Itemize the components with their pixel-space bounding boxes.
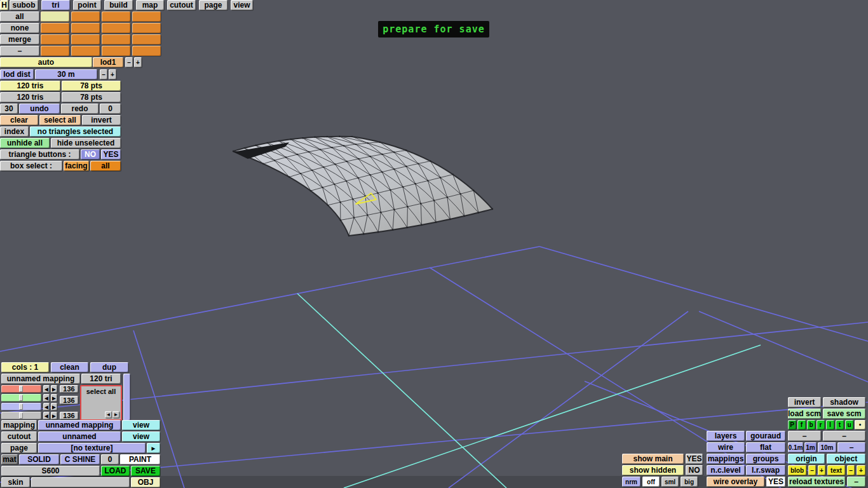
green-slider[interactable]: [1, 394, 41, 402]
box-select-all[interactable]: all: [90, 161, 121, 171]
mapping-name-field[interactable]: unnamed mapping: [1, 374, 80, 384]
nclevel-button[interactable]: n.c.level: [707, 465, 745, 475]
show-hidden-toggle[interactable]: NO: [686, 465, 703, 475]
blob-button[interactable]: blob: [788, 465, 806, 475]
subob-cell[interactable]: [102, 46, 130, 56]
red-left-arrow[interactable]: ◄: [43, 385, 50, 393]
flat-button[interactable]: flat: [746, 442, 785, 452]
text-button[interactable]: text: [827, 465, 845, 475]
subob-cell[interactable]: [71, 11, 100, 22]
tab-view[interactable]: view: [231, 0, 253, 10]
mat-button[interactable]: mat: [1, 454, 18, 464]
shadow-button[interactable]: shadow: [823, 397, 865, 407]
view-p-button[interactable]: P: [788, 420, 796, 430]
mat-solid-button[interactable]: SOLID: [19, 454, 59, 464]
tab-tri-active[interactable]: tri: [41, 0, 70, 10]
subob-cell[interactable]: [102, 23, 130, 33]
gray-slider-handle[interactable]: [19, 412, 23, 419]
subob-cell[interactable]: [71, 34, 100, 44]
select-all-button[interactable]: select all: [39, 115, 81, 125]
view-f-button[interactable]: f: [797, 420, 806, 430]
skin-name-field[interactable]: [31, 477, 130, 487]
lod-dist-value[interactable]: 30 m: [35, 69, 97, 79]
invert-view-button[interactable]: invert: [788, 397, 821, 407]
grid-1m-button[interactable]: 1m: [804, 442, 817, 452]
box-select-facing[interactable]: facing: [64, 161, 89, 171]
blue-value[interactable]: 136: [60, 412, 78, 419]
nrm-button[interactable]: nrm: [622, 477, 641, 487]
mapping-view-button[interactable]: view: [122, 420, 160, 430]
cols-button[interactable]: cols : 1: [1, 362, 49, 372]
layers-button[interactable]: layers: [707, 431, 745, 441]
view-t-button[interactable]: t: [836, 420, 844, 430]
nrm-sml-button[interactable]: sml: [661, 477, 679, 487]
object-button[interactable]: object: [827, 454, 865, 464]
gray-slider[interactable]: [1, 412, 41, 419]
mapping-prev-arrow[interactable]: ◄: [105, 411, 112, 418]
skin-button[interactable]: skin: [1, 477, 30, 487]
show-main-button[interactable]: show main: [622, 454, 684, 464]
unhide-all-button[interactable]: unhide all: [0, 138, 50, 148]
save-button[interactable]: SAVE: [131, 466, 160, 476]
subob-cell[interactable]: [71, 23, 100, 33]
cutout-row-label[interactable]: cutout: [1, 431, 37, 442]
subob-cell[interactable]: [132, 34, 161, 44]
mapping-select-all-box[interactable]: select all ◄ ►: [80, 385, 122, 421]
blue-slider-handle[interactable]: [19, 403, 23, 410]
view-dot-button[interactable]: •: [855, 420, 865, 430]
groups-button[interactable]: groups: [746, 454, 785, 464]
green-left-arrow[interactable]: ◄: [43, 394, 50, 402]
invert-selection-button[interactable]: invert: [82, 115, 121, 125]
subob-cell[interactable]: [102, 11, 130, 22]
subob-cell[interactable]: [102, 34, 130, 44]
subob-dash-button[interactable]: –: [0, 46, 39, 56]
red-slider-handle[interactable]: [19, 386, 23, 392]
page-row-value[interactable]: [no texture]: [38, 443, 146, 453]
lod1-button[interactable]: lod1: [93, 57, 123, 67]
text-minus-button[interactable]: –: [847, 465, 855, 475]
mappings-button[interactable]: mappings: [707, 454, 745, 464]
wire-overlay-toggle[interactable]: YES: [766, 477, 785, 487]
cutout-view-button[interactable]: view: [122, 431, 160, 442]
toolbar-h-button[interactable]: H: [0, 0, 8, 10]
subob-cell[interactable]: [41, 23, 69, 33]
gray-right-arrow[interactable]: ►: [51, 412, 57, 419]
view-r-button[interactable]: r: [817, 420, 825, 430]
gouraud-button[interactable]: gouraud: [746, 431, 785, 441]
red-slider[interactable]: [1, 385, 41, 393]
subob-merge-button[interactable]: merge: [0, 34, 39, 44]
grid-dash-button[interactable]: –: [837, 442, 865, 452]
green-value[interactable]: 136: [60, 396, 78, 404]
mapping-scrollbar[interactable]: [123, 374, 130, 421]
lod-minus-button[interactable]: –: [125, 57, 133, 67]
mapping-select-all-label[interactable]: select all: [81, 388, 121, 395]
blob-minus-button[interactable]: –: [808, 465, 816, 475]
triangle-buttons-no[interactable]: NO: [81, 149, 100, 159]
subob-cell[interactable]: [41, 11, 69, 22]
text-plus-button[interactable]: +: [857, 465, 865, 475]
subob-cell[interactable]: [132, 23, 161, 33]
index-button[interactable]: index: [0, 126, 29, 137]
show-hidden-button[interactable]: show hidden: [622, 465, 684, 475]
lod-dist-minus-button[interactable]: –: [100, 69, 107, 79]
hide-unselected-button[interactable]: hide unselected: [51, 138, 121, 148]
mapping-row-value[interactable]: unnamed mapping: [38, 420, 121, 430]
lod-dist-plus-button[interactable]: +: [109, 69, 116, 79]
lod-plus-button[interactable]: +: [134, 57, 142, 67]
red-right-arrow[interactable]: ►: [51, 385, 57, 393]
subob-cell[interactable]: [132, 46, 161, 56]
tab-subob[interactable]: subob: [10, 0, 38, 10]
undo-button[interactable]: undo: [19, 104, 60, 114]
wire-overlay-button[interactable]: wire overlay: [707, 477, 764, 487]
gray-left-arrow[interactable]: ◄: [43, 412, 50, 419]
subob-cell[interactable]: [132, 11, 161, 22]
wire-button[interactable]: wire: [707, 442, 745, 452]
green-slider-handle[interactable]: [19, 395, 23, 401]
view-u-button[interactable]: u: [845, 420, 853, 430]
dash-button-1[interactable]: –: [788, 431, 821, 441]
show-main-toggle[interactable]: YES: [686, 454, 703, 464]
view-b-button[interactable]: b: [807, 420, 815, 430]
tab-page[interactable]: page: [199, 0, 227, 10]
red-value[interactable]: 136: [60, 385, 78, 393]
load-button[interactable]: LOAD: [101, 466, 130, 476]
